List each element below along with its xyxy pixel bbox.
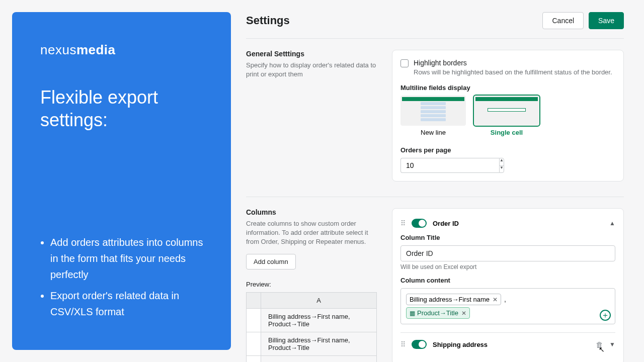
brand-logo: nexusmedia — [40, 42, 211, 58]
section-desc-general: Specify how to display order's related d… — [246, 61, 377, 79]
column-content-box[interactable]: Billing address→First name ✕ , ▦ Product… — [400, 288, 615, 324]
preview-table: A Billing address→First name, Product→Ti… — [246, 292, 377, 362]
add-token-button[interactable]: ＋ — [600, 310, 611, 321]
multiline-label: Multiline fields display — [400, 84, 615, 92]
drag-handle-icon[interactable]: ⠿ — [400, 219, 406, 227]
stepper-up-icon[interactable]: ▲ — [500, 158, 504, 166]
content-token[interactable]: ▦ Product→Title ✕ — [406, 307, 470, 319]
chevron-up-icon[interactable]: ▲ — [609, 220, 615, 227]
page-title: Settings — [246, 14, 290, 27]
remove-token-icon[interactable]: ✕ — [493, 296, 498, 303]
add-column-button[interactable]: Add column — [246, 254, 296, 269]
column-toggle[interactable] — [412, 340, 427, 349]
remove-token-icon[interactable]: ✕ — [461, 310, 466, 317]
save-button[interactable]: Save — [589, 12, 624, 29]
column-name: Order ID — [433, 220, 603, 227]
column-toggle[interactable] — [412, 219, 427, 228]
promo-title: Flexible exportsettings: — [40, 86, 211, 131]
content-token[interactable]: Billing address→First name ✕ — [406, 294, 501, 305]
highlight-borders-checkbox[interactable] — [400, 59, 409, 67]
promo-panel: nexusmedia Flexible exportsettings: Add … — [12, 12, 231, 350]
orders-per-page-input[interactable] — [400, 158, 499, 173]
highlight-borders-label: Highlight borders — [414, 59, 467, 67]
drag-handle-icon[interactable]: ⠿ — [400, 340, 406, 348]
column-content-label: Column content — [400, 277, 615, 284]
orders-per-page-label: Orders per page — [400, 146, 615, 154]
table-row: Billing address→First name, Product→Titl… — [261, 308, 377, 332]
section-desc-columns: Create columns to show custom order info… — [246, 219, 377, 247]
column-name: Shipping address — [433, 341, 590, 348]
section-heading-general: General Setttings — [246, 50, 377, 58]
display-option-single[interactable]: Single cell — [474, 96, 539, 136]
column-title-input[interactable] — [400, 245, 615, 261]
trash-icon[interactable]: 🗑 ↖ — [596, 340, 603, 349]
display-option-newline[interactable]: New line — [400, 96, 466, 136]
cursor-icon: ↖ — [599, 345, 605, 353]
highlight-borders-help: Rows will be highlighted based on the fu… — [414, 68, 612, 76]
chevron-down-icon[interactable]: ▼ — [609, 341, 615, 348]
stepper-down-icon[interactable]: ▼ — [500, 166, 504, 173]
table-row: Billing address→First name, Product→Titl… — [261, 332, 377, 355]
section-heading-columns: Columns — [246, 208, 377, 216]
cancel-button[interactable]: Cancel — [542, 12, 584, 29]
preview-label: Preview: — [246, 281, 377, 288]
repeater-icon: ▦ — [410, 310, 415, 317]
promo-bullets: Add orders attributes into columns in th… — [40, 234, 211, 325]
column-title-help: Will be used on Excel export — [400, 263, 615, 270]
column-title-label: Column Title — [400, 234, 615, 241]
